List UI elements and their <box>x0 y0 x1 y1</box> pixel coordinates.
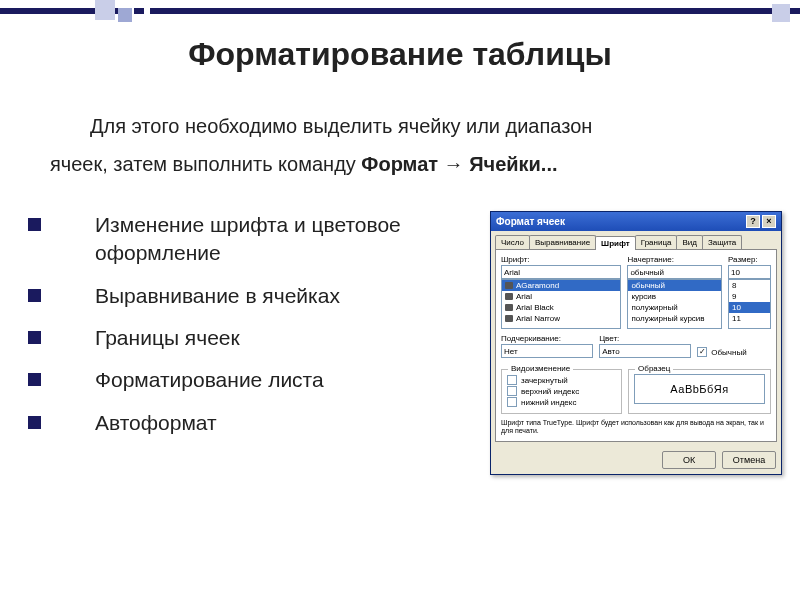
decor-bar <box>150 8 800 14</box>
cancel-button[interactable]: Отмена <box>722 451 776 469</box>
truetype-note: Шрифт типа TrueType. Шрифт будет использ… <box>501 419 771 436</box>
list-item: Автоформат <box>28 409 490 437</box>
tab-alignment[interactable]: Выравнивание <box>529 235 596 249</box>
style-label: Начертание: <box>627 255 722 264</box>
bullet-icon <box>28 416 41 429</box>
style-option[interactable]: полужирный курсив <box>628 313 721 324</box>
size-listbox[interactable]: 8 9 10 11 <box>728 279 771 329</box>
truetype-icon <box>505 293 513 300</box>
underline-label: Подчеркивание: <box>501 334 593 343</box>
size-option[interactable]: 8 <box>729 280 770 291</box>
tab-pane: Шрифт: AGaramond Arial Arial Black Arial… <box>495 249 777 442</box>
tab-number[interactable]: Число <box>495 235 530 249</box>
strikethrough-label: зачеркнутый <box>521 376 568 385</box>
bullet-text: Форматирование листа <box>67 366 324 394</box>
intro-line2-prefix: ячеек, затем выполнить команду <box>50 153 361 175</box>
bullet-text: Выравнивание в ячейках <box>67 282 340 310</box>
close-button[interactable]: × <box>762 215 776 228</box>
font-option[interactable]: Arial <box>502 291 620 302</box>
superscript-label: верхний индекс <box>521 387 579 396</box>
truetype-icon <box>505 315 513 322</box>
format-cells-dialog: Формат ячеек ? × Число Выравнивание Шриф… <box>490 211 782 475</box>
bullet-text: Автоформат <box>67 409 217 437</box>
color-label: Цвет: <box>599 334 691 343</box>
size-option[interactable]: 9 <box>729 291 770 302</box>
help-button[interactable]: ? <box>746 215 760 228</box>
truetype-icon <box>505 282 513 289</box>
underline-select[interactable] <box>501 344 593 358</box>
truetype-icon <box>505 304 513 311</box>
size-input[interactable] <box>728 265 771 279</box>
bullet-icon <box>28 218 41 231</box>
bullet-list: Изменение шрифта и цветовое оформление В… <box>28 211 490 475</box>
intro-command: Формат → Ячейки... <box>361 153 557 175</box>
bullet-icon <box>28 373 41 386</box>
slide-title: Форматирование таблицы <box>0 36 800 73</box>
size-option[interactable]: 10 <box>729 302 770 313</box>
style-input[interactable] <box>627 265 722 279</box>
bullet-text: Границы ячеек <box>67 324 240 352</box>
style-option[interactable]: полужирный <box>628 302 721 313</box>
sample-group: Образец АаВbБбЯя <box>628 369 771 414</box>
font-listbox[interactable]: AGaramond Arial Arial Black Arial Narrow <box>501 279 621 329</box>
list-item: Границы ячеек <box>28 324 490 352</box>
subscript-label: нижний индекс <box>521 398 576 407</box>
size-label: Размер: <box>728 255 771 264</box>
list-item: Выравнивание в ячейках <box>28 282 490 310</box>
decor-square-icon <box>772 4 790 22</box>
sample-group-title: Образец <box>635 364 673 373</box>
bullet-text: Изменение шрифта и цветовое оформление <box>67 211 490 268</box>
decor-square-icon <box>95 0 115 20</box>
dialog-button-row: ОК Отмена <box>491 446 781 474</box>
tab-font[interactable]: Шрифт <box>595 236 636 250</box>
color-select[interactable] <box>599 344 691 358</box>
font-option[interactable]: Arial Narrow <box>502 313 620 324</box>
bullet-icon <box>28 331 41 344</box>
intro-text: Для этого необходимо выделить ячейку или… <box>50 107 750 183</box>
subscript-checkbox[interactable] <box>507 397 517 407</box>
strikethrough-checkbox[interactable] <box>507 375 517 385</box>
list-item: Изменение шрифта и цветовое оформление <box>28 211 490 268</box>
dialog-titlebar: Формат ячеек ? × <box>491 212 781 231</box>
style-option[interactable]: обычный <box>628 280 721 291</box>
normal-checkbox[interactable]: ✓ <box>697 347 707 357</box>
font-option[interactable]: AGaramond <box>502 280 620 291</box>
font-label: Шрифт: <box>501 255 621 264</box>
font-input[interactable] <box>501 265 621 279</box>
list-item: Форматирование листа <box>28 366 490 394</box>
size-option[interactable]: 11 <box>729 313 770 324</box>
slide-top-decor <box>0 0 800 30</box>
tab-border[interactable]: Граница <box>635 235 678 249</box>
sample-preview: АаВbБбЯя <box>634 374 765 404</box>
intro-line1: Для этого необходимо выделить ячейку или… <box>90 115 592 137</box>
dialog-title: Формат ячеек <box>496 216 565 227</box>
ok-button[interactable]: ОК <box>662 451 716 469</box>
font-option[interactable]: Arial Black <box>502 302 620 313</box>
superscript-checkbox[interactable] <box>507 386 517 396</box>
tab-protection[interactable]: Защита <box>702 235 742 249</box>
decor-bar <box>134 8 144 14</box>
tab-strip: Число Выравнивание Шрифт Граница Вид Защ… <box>491 231 781 249</box>
effects-group-title: Видоизменение <box>508 364 573 373</box>
decor-square-icon <box>118 8 132 22</box>
style-listbox[interactable]: обычный курсив полужирный полужирный кур… <box>627 279 722 329</box>
bullet-icon <box>28 289 41 302</box>
style-option[interactable]: курсив <box>628 291 721 302</box>
effects-group: Видоизменение зачеркнутый верхний индекс… <box>501 369 622 414</box>
normal-checkbox-label: Обычный <box>711 348 746 357</box>
tab-patterns[interactable]: Вид <box>676 235 702 249</box>
